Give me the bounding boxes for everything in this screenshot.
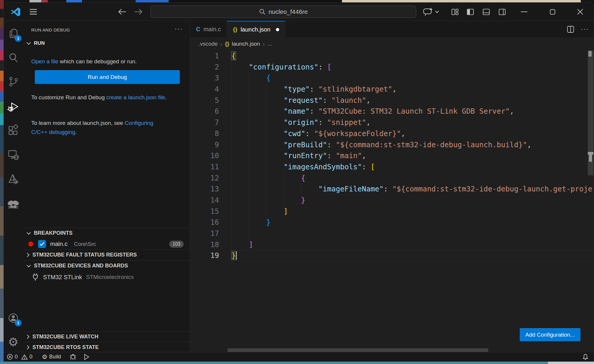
live-watch-title: STM32CUBE LIVE WATCH [32,334,98,340]
breadcrumb-symbol[interactable]: ... [267,41,272,47]
problems-errors[interactable]: 0 [7,354,18,360]
toggle-panel-icon[interactable] [481,3,491,21]
line-number[interactable]: 18 [190,239,219,250]
run-debug-icon[interactable] [6,100,20,114]
line-number[interactable]: 8 [190,128,219,139]
line-number[interactable]: 1 [190,50,219,62]
editor-more-actions-icon[interactable]: ··· [581,25,589,33]
line-number[interactable]: 10 [190,150,219,161]
breadcrumb-folder[interactable]: .vscode [198,41,218,47]
sidebar-more-actions-icon[interactable]: ··· [175,25,183,33]
tab-main-c[interactable]: C main.c [190,21,227,37]
problems-warnings[interactable]: 0 [21,354,32,360]
line-number[interactable]: 4 [190,84,219,95]
nav-back-icon[interactable] [116,3,128,21]
stm32-extension-icon[interactable]: STM32 [6,195,20,214]
breakpoints-title: BREAKPOINTS [34,230,73,236]
toggle-primary-sidebar-icon[interactable] [465,3,475,21]
remote-explorer-icon[interactable] [6,148,20,162]
c-file-icon: C [196,26,200,33]
line-number[interactable]: 14 [190,195,219,206]
tab-launch-json[interactable]: {} launch.json [227,21,285,37]
extensions-icon[interactable] [6,123,20,137]
code-line[interactable]: { [231,173,594,184]
code-line[interactable]: ] [231,239,594,250]
vertical-scrollbar[interactable] [588,50,593,175]
line-number[interactable]: 12 [190,173,219,184]
run-task-button[interactable] [84,354,90,360]
st-tools-icon[interactable] [6,172,20,186]
code-line[interactable]: } [231,195,594,206]
activity-bar: 1 [4,21,23,353]
json-file-icon: {} [225,41,229,47]
code-line[interactable]: "request": "launch", [231,95,594,106]
line-number[interactable]: 16 [190,217,219,228]
code-line[interactable]: "preBuild": "${command:st-stm32-ide-debu… [231,139,594,150]
settings-gear-icon[interactable]: ⚙ [6,335,20,349]
devices-and-boards-section-header[interactable]: STM32CUBE DEVICES AND BOARDS [23,260,190,271]
device-row[interactable]: STM32 STLink STMicroelectronics [23,272,190,283]
breadcrumb-file[interactable]: launch.json [232,41,260,47]
customize-layout-icon[interactable] [450,3,460,21]
line-number[interactable]: 2 [190,62,219,73]
search-view-icon[interactable] [6,51,20,65]
code-line[interactable]: "origin": "snippet", [231,117,594,128]
code-line[interactable]: "type": "stlinkgdbtarget", [231,84,594,95]
run-and-debug-button[interactable]: Run and Debug [35,70,180,84]
fault-status-registers-section-header[interactable]: STM32CUBE FAULT STATUS REGISTERS [23,249,190,260]
command-center-search[interactable]: nucleo_f446re [151,6,416,18]
code-line[interactable]: ] [231,206,594,217]
open-a-file-link[interactable]: Open a file [31,58,58,64]
code-line[interactable]: "imagesAndSymbols": [ [231,161,594,173]
toggle-secondary-sidebar-icon[interactable] [497,3,507,21]
code-line[interactable] [231,228,594,239]
line-number[interactable]: 13 [190,183,219,195]
line-number[interactable]: 11 [190,161,219,173]
line-number[interactable]: 6 [190,106,219,117]
line-number[interactable]: 15 [190,206,219,217]
line-number[interactable]: 7 [190,117,219,128]
line-number[interactable]: 9 [190,139,219,150]
menu-hamburger-icon[interactable] [27,3,40,21]
code-lines[interactable]: { "configurations": [ { "type": "stlinkg… [231,50,594,261]
code-line[interactable]: "imageFileName": "${command:st-stm32-ide… [231,183,594,195]
nav-forward-icon[interactable] [132,3,144,21]
breakpoints-section-header[interactable]: BREAKPOINTS [23,228,190,238]
json-file-icon: {} [233,26,237,33]
window-close-icon[interactable] [573,3,587,21]
line-number[interactable]: 17 [190,228,219,239]
code-line[interactable]: "name": "STM32Cube: STM32 Launch ST-Link… [231,106,594,117]
modified-dot-icon[interactable] [276,28,279,31]
split-editor-icon[interactable] [567,26,574,33]
live-watch-section-header[interactable]: STM32CUBE LIVE WATCH [23,331,190,342]
build-task-button[interactable]: ⚙ Build [42,353,61,360]
line-number[interactable]: 5 [190,95,219,106]
line-number[interactable]: 19 [190,250,219,261]
code-line[interactable]: "cwd": "${workspaceFolder}", [231,128,594,139]
line-number[interactable]: 3 [190,72,219,84]
run-section-header[interactable]: RUN [27,40,45,46]
vscode-logo [8,3,23,21]
code-line[interactable]: "runEntry": "main", [231,150,594,161]
code-line[interactable]: "configurations": [ [231,62,594,73]
code-line[interactable]: { [231,72,594,84]
debug-status-button[interactable] [70,353,76,360]
code-line[interactable]: { [231,50,594,62]
code-area[interactable]: 12345678910111213141516171819 { "configu… [190,50,594,353]
notifications-bell[interactable] [583,354,588,360]
account-icon[interactable]: 1 [6,311,20,325]
code-line[interactable]: } [231,250,594,261]
source-control-icon[interactable] [6,75,20,89]
create-launch-json-link[interactable]: create a launch.json file [106,94,165,100]
explorer-icon[interactable]: 1 [6,27,20,41]
breakpoint-checkbox[interactable] [38,240,46,248]
copilot-chat-icon[interactable] [421,3,441,21]
window-minimize-icon[interactable] [517,3,531,21]
add-configuration-button[interactable]: Add Configuration... [520,328,580,341]
code-line[interactable]: } [231,217,594,228]
rtos-state-section-header[interactable]: STM32CUBE RTOS STATE [23,342,190,353]
line-numbers[interactable]: 12345678910111213141516171819 [190,50,219,261]
breakpoint-row[interactable]: main.c Core\Src 103 [23,239,190,249]
chevron-down-icon [435,11,439,13]
window-maximize-icon[interactable] [546,3,559,21]
